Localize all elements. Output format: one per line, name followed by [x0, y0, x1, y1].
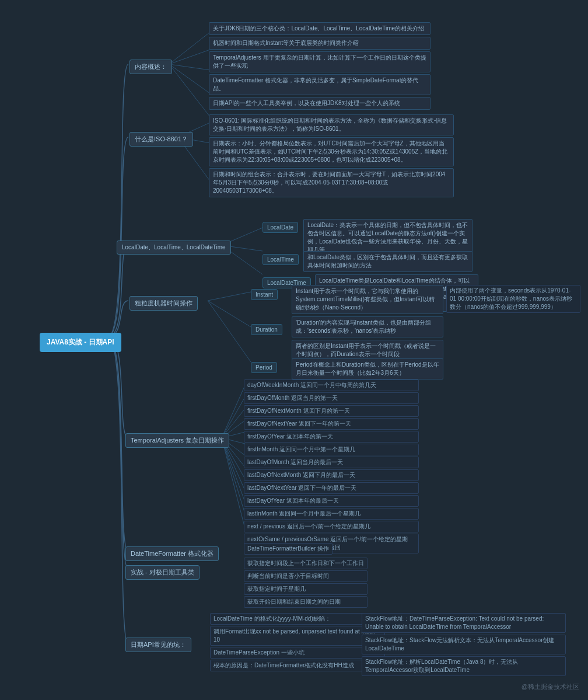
leaf-ta-4: firstDayOfNextYear 返回下一年的第一天: [244, 418, 419, 430]
leaf-ta-7: lastDayOfMonth 返回当月的最后一天: [244, 457, 419, 468]
leaf-ta-1: dayOfWeekInMonth 返回同一个月中每周的第几天: [244, 379, 419, 391]
leaf-ta-6: firstInMonth 返回同一个月中第一个星期几: [244, 444, 419, 455]
leaf-ta-3: firstDayOfNextMonth 返回下月的第一天: [244, 405, 419, 417]
leaf-duration-desc1: 'Duration'的内容实现与Instant类似，也是由两部分组成：'seco…: [292, 316, 443, 337]
leaf-localtime-desc: 和LocalDate类似，区别在于包含具体时间，而且还有更多获取具体时间附加时间…: [303, 251, 473, 272]
leaf-iso-3: 日期和时间的组合表示：合并表示时，要在时间前面加一大写字母T，如表示北京时间20…: [209, 168, 454, 197]
leaf-ta-10: lastDayOfYear 返回本年的最后一天: [244, 495, 419, 507]
sub-branch-period: Period: [251, 362, 277, 373]
svg-line-0: [169, 32, 210, 64]
leaf-neirong-1: 关于JDK8日期的三个核心类：LocalDate、LocalTime、Local…: [209, 22, 430, 35]
leaf-neirong-3: TemporalAdjusters 用于更复杂的日期计算，比如计算下一个工作日的…: [209, 51, 430, 72]
sub-branch-localtime: LocalTime: [262, 254, 299, 265]
leaf-neirong-5: 日期API的一些个人工具类举例，以及在使用JDK8对处理一些个人的系统: [209, 97, 430, 110]
leaf-ta-9: lastDayOfNextYear 返回下一年的最后一天: [244, 482, 419, 494]
leaf-formatter-1: DateTimeFormatterBuilder 操作: [244, 543, 332, 555]
leaf-ta-8: lastDayOfNextMonth 返回下月的最后一天: [244, 469, 419, 481]
branch-jiqiliang: 粗粒度机器时间操作: [130, 296, 198, 311]
leaf-sz-2: 判断当前时间是否小于目标时间: [244, 570, 368, 582]
svg-line-4: [169, 64, 210, 117]
leaves-riqiapi-main: LocalDateTime 的格式化(yyyy-MM-dd)缺陷： 调用Form…: [210, 613, 385, 671]
svg-line-25: [222, 438, 245, 514]
sub-branch-localdate: LocalDate: [262, 222, 298, 233]
leaf-ra-4: 根本的原因是：DateTimeFormatter格式化没有HH造成: [210, 660, 385, 671]
svg-line-12: [208, 301, 251, 327]
leaf-duration-desc2: 两者的区别是Instant用于表示一个时间戳（或者说是一个时间点），而Durat…: [292, 340, 443, 361]
svg-line-1: [169, 50, 210, 64]
leaf-so-2: StackFlow地址：StackFlow无法解析文本：无法从TemporalA…: [362, 635, 566, 654]
leaf-ta-12: next / previous 返回后一个/前一个给定的星期几: [244, 521, 419, 532]
svg-line-3: [169, 64, 210, 93]
leaves-neirong: 关于JDK8日期的三个核心类：LocalDate、LocalTime、Local…: [209, 22, 430, 110]
root-node: JAVA8实战 - 日期API: [40, 333, 121, 352]
leaf-ta-11: lastInMonth 返回同一个月中最后一个星期几: [244, 508, 419, 520]
leaf-instant-note: 内部使用了两个变量，seconds表示从1970-01-01 00:00:00开…: [446, 285, 580, 313]
leaf-ra-2: 调用Format出现xx not be parsed, unparsed tex…: [210, 626, 385, 646]
svg-line-14: [222, 385, 245, 438]
leaf-iso-2: 日期表示：小时、分钟都格局位数表示，对UTC时间需后加一个大写字母Z，其他地区用…: [209, 137, 454, 166]
watermark: @稀土掘金技术社区: [522, 682, 579, 691]
leaf-sz-1: 获取指定时间段上一个工作日和下一个工作日: [244, 558, 368, 569]
leaf-instant-desc: Instant用于表示一个时间戳，它与我们常使用的System.currentT…: [292, 285, 443, 314]
branch-tempadjust: TemporalAdjusters 复杂日期操作: [125, 433, 229, 448]
leaves-riqiapi-sub: StackFlow地址：DateTimeParseException: Text…: [362, 613, 566, 676]
sub-branch-duration: Duration: [251, 324, 282, 335]
leaf-ra-3: DateTimeParseException 一些小坑: [210, 647, 385, 659]
branch-localdate: LocalDate、LocalTime、LocalDateTime: [117, 241, 231, 255]
leaf-ta-2: firstDayOfMonth 返回当月的第一天: [244, 392, 419, 404]
branch-formatter: DateTimeFormatter 格式化器: [125, 546, 219, 561]
leaf-so-1: StackFlow地址：DateTimeParseException: Text…: [362, 613, 566, 633]
leaf-period-desc: Period在概念上和Duration类似，区别在于Period是以年月日来衡量…: [292, 358, 443, 379]
branch-shizhan: 实战 - 对极日期工具类: [125, 565, 200, 580]
leaf-iso-1: ISO-8601: 国际标准化组织统的日期和时间的表示方法，全称为《数据存储和交…: [209, 114, 454, 135]
leaf-sz-4: 获取开始日期和结束日期之间的日期: [244, 596, 368, 608]
branch-iso: 什么是ISO-8601？: [130, 132, 193, 147]
svg-line-26: [222, 438, 245, 528]
leaf-ta-5: firstDayOfYear 返回本年的第一天: [244, 431, 419, 443]
branch-riqiapi: 日期API常见的坑：: [125, 638, 191, 652]
svg-line-13: [208, 301, 251, 362]
svg-line-15: [222, 397, 245, 438]
leaf-ra-1: LocalDateTime 的格式化(yyyy-MM-dd)缺陷：: [210, 613, 385, 625]
leaves-shizhan: 获取指定时间段上一个工作日和下一个工作日 判断当前时间是否小于目标时间 获取指定…: [244, 558, 368, 608]
svg-line-11: [208, 292, 251, 301]
leaf-sz-3: 获取指定时间于星期几: [244, 583, 368, 595]
svg-line-2: [169, 64, 210, 70]
leaf-so-3: StackFlow地址：解析LocalDateTime（Java 8）时，无法从…: [362, 656, 566, 676]
leaves-iso: ISO-8601: 国际标准化组织统的日期和时间的表示方法，全称为《数据存储和交…: [209, 114, 454, 197]
leaf-neirong-4: DateTimeFormatter 格式化器，非常的灵活多变，属于SimpleD…: [209, 74, 430, 95]
leaf-neirong-2: 机器时间和日期格式Instant等关于底层类的时间类作介绍: [209, 37, 430, 50]
leaves-tempadjust: dayOfWeekInMonth 返回同一个月中每周的第几天 firstDayO…: [244, 379, 419, 553]
sub-branch-instant: Instant: [251, 289, 278, 300]
branch-neirong: 内容概述：: [130, 60, 172, 74]
mindmap-page: JAVA8实战 - 日期API 内容概述： 关于JDK8日期的三个核心类：Loc…: [0, 0, 588, 700]
